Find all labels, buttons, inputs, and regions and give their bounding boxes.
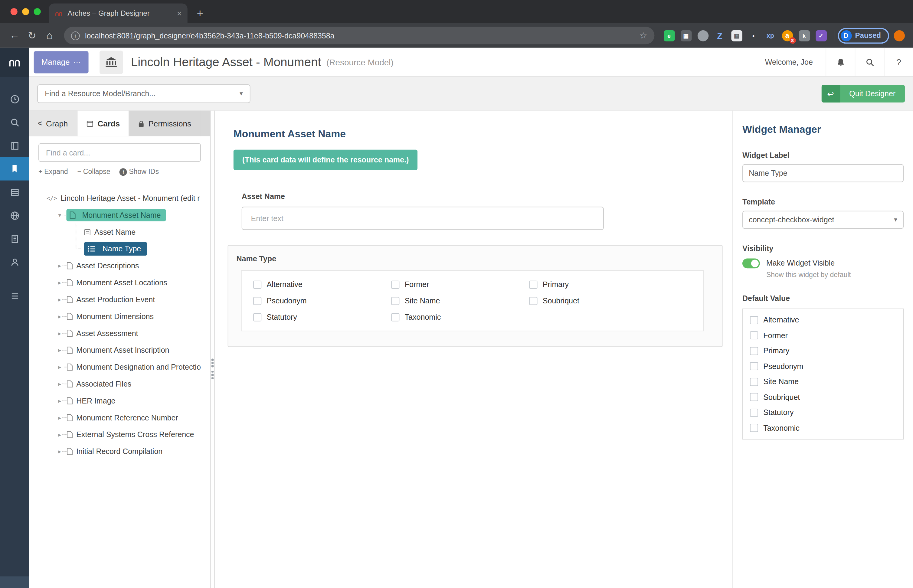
template-select[interactable]: concept-checkbox-widget ▾ <box>742 211 903 229</box>
default-option[interactable]: Pseudonym <box>750 362 896 370</box>
extension-icon[interactable]: ▦ <box>680 30 692 41</box>
extension-icon[interactable]: ✓ <box>816 30 827 41</box>
extension-icon[interactable]: ▦ <box>731 30 742 41</box>
checkbox-item[interactable]: Former <box>391 280 529 289</box>
tree-card[interactable]: ▸ Associated Files <box>39 375 201 392</box>
tree-card[interactable]: ▸ Asset Assessment <box>39 325 201 342</box>
zoom-window-button[interactable] <box>34 8 41 15</box>
site-info-icon[interactable]: i <box>71 31 80 40</box>
tree-card[interactable]: ▸ Monument Asset Locations <box>39 275 201 291</box>
tree-root[interactable]: </> Lincoln Heritage Asset - Monument (e… <box>39 190 201 207</box>
close-window-button[interactable] <box>11 8 18 15</box>
tree-card[interactable]: ▸ External Systems Cross Reference <box>39 426 201 443</box>
checkbox[interactable] <box>529 297 538 305</box>
manage-button[interactable]: Manage ⋯ <box>34 51 89 73</box>
tree-card[interactable]: ▸ Monument Asset Inscription <box>39 342 201 359</box>
sidebar-item-library[interactable] <box>0 134 29 157</box>
checkbox-item[interactable]: Site Name <box>391 296 529 305</box>
checkbox[interactable] <box>391 297 399 305</box>
extension-icon[interactable]: xp <box>765 30 776 41</box>
checkbox-item[interactable]: Pseudonym <box>253 296 391 305</box>
checkbox-item[interactable]: Primary <box>529 280 667 289</box>
checkbox[interactable] <box>750 393 758 401</box>
welcome-text[interactable]: Welcome, Joe <box>752 58 826 66</box>
checkbox[interactable] <box>529 280 538 289</box>
expand-all-link[interactable]: + Expand <box>39 168 68 176</box>
tree-card[interactable]: ▸ Asset Production Event <box>39 291 201 308</box>
sidebar-item-history[interactable] <box>0 87 29 111</box>
browser-update-icon[interactable] <box>894 30 905 41</box>
sidebar-item-resource-models[interactable] <box>0 157 29 181</box>
default-option[interactable]: Primary <box>750 346 896 355</box>
tab-close-icon[interactable]: × <box>177 9 182 18</box>
default-option[interactable]: Taxonomic <box>750 423 896 432</box>
default-option[interactable]: Soubriquet <box>750 393 896 401</box>
tree-card-selected[interactable]: ▾ Monument Asset Name <box>39 207 201 223</box>
extension-icon[interactable]: ● <box>748 30 759 41</box>
panel-resize-handle[interactable] <box>211 111 215 588</box>
back-button[interactable]: ← <box>6 30 23 41</box>
quit-designer-button[interactable]: ↩ Quit Designer <box>821 85 905 102</box>
checkbox[interactable] <box>750 408 758 417</box>
tree-node-name-type-selected[interactable]: Name Type <box>39 241 201 257</box>
sidebar-item-map[interactable] <box>0 204 29 227</box>
extension-icon[interactable]: a8 <box>782 30 793 41</box>
tree-card[interactable]: ▸ Monument Dimensions <box>39 308 201 325</box>
sidebar-item-menu[interactable] <box>0 284 29 307</box>
default-option[interactable]: Alternative <box>750 315 896 324</box>
bookmark-star-icon[interactable]: ☆ <box>639 30 647 41</box>
tree-node-asset-name[interactable]: Asset Name <box>39 223 201 241</box>
tree-card[interactable]: ▸ Monument Reference Number <box>39 409 201 426</box>
checkbox[interactable] <box>253 297 262 305</box>
sidebar-item-reference[interactable] <box>0 227 29 250</box>
omnibox[interactable]: i localhost:8081/graph_designer/e4b3562b… <box>64 27 654 44</box>
checkbox-item[interactable]: Soubriquet <box>529 296 667 305</box>
visibility-toggle[interactable] <box>742 258 760 268</box>
tree-card[interactable]: ▸ Monument Designation and Protectio <box>39 359 201 376</box>
app-logo[interactable] <box>0 48 29 77</box>
profile-chip[interactable]: D Paused <box>838 27 889 43</box>
checkbox[interactable] <box>750 424 758 432</box>
notifications-button[interactable] <box>826 48 855 76</box>
checkbox[interactable] <box>750 378 758 386</box>
tab-cards[interactable]: Cards <box>77 111 129 136</box>
refresh-button[interactable]: ↻ <box>23 29 41 42</box>
checkbox[interactable] <box>253 313 262 321</box>
tree-card[interactable]: ▸ HER Image <box>39 392 201 409</box>
checkbox-item[interactable]: Alternative <box>253 280 391 289</box>
checkbox[interactable] <box>253 280 262 289</box>
widget-label-input[interactable] <box>742 164 903 183</box>
default-option[interactable]: Statutory <box>750 408 896 417</box>
extension-icon[interactable]: e <box>663 30 675 41</box>
sidebar-item-search[interactable] <box>0 111 29 134</box>
card-search-input[interactable] <box>39 143 201 162</box>
tab-permissions[interactable]: Permissions <box>129 111 200 136</box>
checkbox-item[interactable]: Statutory <box>253 313 391 321</box>
extension-icon[interactable]: ● <box>697 30 708 41</box>
checkbox-item[interactable]: Taxonomic <box>391 313 529 321</box>
sidebar-item-profile[interactable] <box>0 250 29 274</box>
checkbox[interactable] <box>750 347 758 355</box>
new-tab-button[interactable]: + <box>197 8 203 19</box>
help-button[interactable]: ? <box>884 48 913 76</box>
default-option[interactable]: Site Name <box>750 377 896 386</box>
tab-graph[interactable]: < Graph <box>29 111 77 136</box>
checkbox[interactable] <box>750 331 758 339</box>
collapse-all-link[interactable]: − Collapse <box>77 168 110 176</box>
checkbox[interactable] <box>750 362 758 370</box>
home-button[interactable]: ⌂ <box>41 29 58 42</box>
search-button[interactable] <box>855 48 884 76</box>
default-option[interactable]: Former <box>750 331 896 340</box>
checkbox[interactable] <box>391 313 399 321</box>
tree-card[interactable]: ▸ Asset Descriptions <box>39 257 201 275</box>
tree-card[interactable]: ▸ Initial Record Compilation <box>39 443 201 460</box>
find-model-select[interactable]: Find a Resource Model/Branch... ▾ <box>37 84 250 103</box>
extension-icon[interactable]: Z <box>714 30 726 41</box>
checkbox[interactable] <box>391 280 399 289</box>
checkbox[interactable] <box>750 316 758 324</box>
browser-tab[interactable]: Arches – Graph Designer × <box>49 4 187 23</box>
show-ids-link[interactable]: i Show IDs <box>120 168 159 176</box>
minimize-window-button[interactable] <box>22 8 29 15</box>
extension-icon[interactable]: k <box>799 30 810 41</box>
sidebar-item-cards[interactable] <box>0 181 29 204</box>
